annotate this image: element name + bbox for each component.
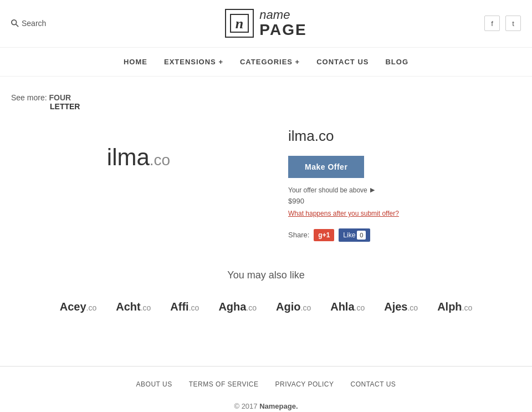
make-offer-button[interactable]: Make Offer bbox=[288, 156, 364, 178]
domain-card[interactable]: Affi.co bbox=[165, 298, 204, 316]
logo-text: name PAGE bbox=[259, 8, 306, 39]
domain-info: ilma.co Make Offer Your offer should be … bbox=[288, 122, 521, 242]
svg-line-1 bbox=[16, 24, 18, 27]
share-label: Share: bbox=[288, 231, 309, 239]
domain-card[interactable]: Acey.co bbox=[54, 298, 103, 316]
footer-nav-item[interactable]: PRIVACY POLICY bbox=[275, 380, 334, 388]
domain-card[interactable]: Agha.co bbox=[213, 298, 262, 316]
domain-logo: ilma.co bbox=[107, 144, 170, 171]
also-like-section: You may also like Acey.coAcht.coAffi.coA… bbox=[11, 269, 521, 316]
fb-like-label: Like bbox=[343, 231, 355, 239]
footer-copyright: © 2017 Namepage. bbox=[11, 402, 521, 410]
domain-logo-area: ilma.co bbox=[11, 122, 266, 193]
what-happens-link[interactable]: What happens after you submit offer? bbox=[288, 210, 521, 217]
header: Search n name PAGE f t bbox=[0, 0, 532, 48]
offer-amount: $990 bbox=[288, 197, 521, 205]
facebook-link[interactable]: f bbox=[484, 16, 500, 31]
footer: ABOUT USTERMS OF SERVICEPRIVACY POLICYCO… bbox=[0, 367, 532, 412]
nav-blog[interactable]: BLOG bbox=[385, 58, 408, 66]
gplus-button[interactable]: g+1 bbox=[314, 229, 334, 241]
logo[interactable]: n name PAGE bbox=[225, 8, 306, 39]
domain-card[interactable]: Ahla.co bbox=[325, 298, 370, 316]
breadcrumb: See more: FOUR LETTER bbox=[11, 93, 521, 111]
main-nav: HOME EXTENSIONS + CATEGORIES + CONTACT U… bbox=[0, 48, 532, 77]
domain-section: ilma.co ilma.co Make Offer Your offer sh… bbox=[11, 122, 521, 242]
svg-text:n: n bbox=[236, 16, 243, 32]
see-more-value-line2: LETTER bbox=[50, 102, 521, 111]
fb-count: 0 bbox=[357, 231, 366, 240]
logo-page: PAGE bbox=[259, 22, 306, 39]
nav-contact[interactable]: CONTACT US bbox=[316, 58, 369, 66]
nav-categories[interactable]: CATEGORIES + bbox=[240, 58, 300, 66]
domain-card[interactable]: Alph.co bbox=[432, 298, 478, 316]
offer-arrow-icon: ▶ bbox=[370, 186, 375, 194]
domain-name-logo: ilma bbox=[107, 144, 150, 170]
logo-symbol: n bbox=[225, 9, 254, 38]
domain-title: ilma.co bbox=[288, 128, 521, 145]
domain-card[interactable]: Acht.co bbox=[110, 298, 156, 316]
search-button[interactable]: Search bbox=[11, 19, 46, 28]
twitter-icon: t bbox=[512, 19, 514, 28]
nav-extensions[interactable]: EXTENSIONS + bbox=[164, 58, 223, 66]
domain-card[interactable]: Ajes.co bbox=[378, 298, 423, 316]
footer-nav-item[interactable]: TERMS OF SERVICE bbox=[189, 380, 259, 388]
domain-grid: Acey.coAcht.coAffi.coAgha.coAgio.coAhla.… bbox=[11, 298, 521, 316]
also-like-title: You may also like bbox=[11, 269, 521, 281]
copyright-text: © 2017 bbox=[234, 402, 257, 410]
share-row: Share: g+1 Like 0 bbox=[288, 228, 521, 242]
see-more-label: See more: bbox=[11, 93, 47, 102]
main-content: See more: FOUR LETTER ilma.co ilma.co Ma… bbox=[0, 77, 532, 355]
svg-point-0 bbox=[12, 20, 17, 25]
offer-hint-text: Your offer should be above bbox=[288, 186, 367, 194]
nav-home[interactable]: HOME bbox=[124, 58, 147, 66]
see-more-value-line1: FOUR bbox=[49, 93, 71, 102]
footer-nav-item[interactable]: ABOUT US bbox=[136, 380, 172, 388]
twitter-link[interactable]: t bbox=[505, 16, 521, 31]
footer-nav-item[interactable]: CONTACT US bbox=[350, 380, 396, 388]
search-icon bbox=[11, 19, 19, 27]
footer-nav: ABOUT USTERMS OF SERVICEPRIVACY POLICYCO… bbox=[11, 380, 521, 388]
domain-card[interactable]: Agio.co bbox=[270, 298, 316, 316]
search-label: Search bbox=[22, 19, 46, 28]
footer-brand: Namepage. bbox=[259, 402, 298, 410]
domain-tld-logo: .co bbox=[150, 151, 170, 169]
logo-name: name bbox=[259, 8, 306, 22]
offer-hint: Your offer should be above ▶ bbox=[288, 186, 521, 194]
social-links: f t bbox=[484, 16, 521, 31]
facebook-like-button[interactable]: Like 0 bbox=[339, 228, 370, 242]
facebook-icon: f bbox=[491, 19, 493, 28]
